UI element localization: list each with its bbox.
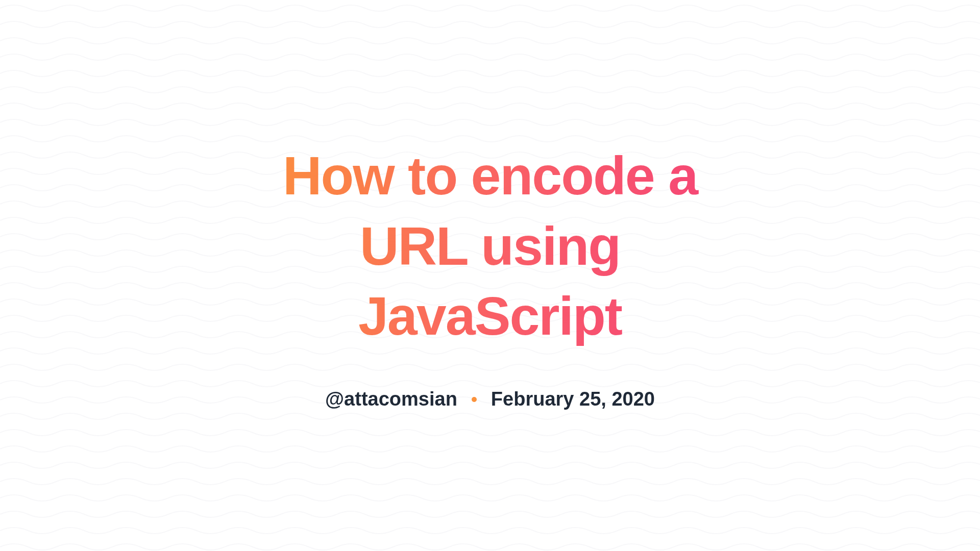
separator-dot-icon [472, 397, 477, 402]
author-handle: @attacomsian [325, 388, 457, 410]
content-container: How to encode a URL using JavaScript @at… [235, 141, 745, 410]
page-title: How to encode a URL using JavaScript [235, 141, 745, 352]
publish-date: February 25, 2020 [491, 388, 655, 410]
meta-row: @attacomsian February 25, 2020 [325, 388, 655, 410]
